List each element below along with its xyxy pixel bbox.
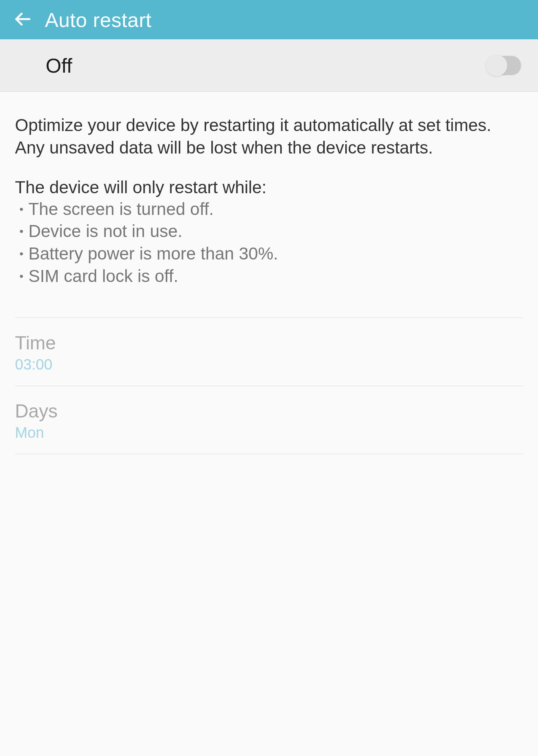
condition-item: Battery power is more than 30%.	[15, 243, 523, 265]
toggle-thumb	[486, 55, 507, 76]
back-button[interactable]	[13, 10, 32, 30]
arrow-left-icon	[13, 10, 32, 30]
content-area: Optimize your device by restarting it au…	[0, 92, 538, 295]
condition-item: The screen is turned off.	[15, 198, 523, 221]
days-label: Days	[15, 400, 523, 422]
condition-item: SIM card lock is off.	[15, 265, 523, 288]
app-header: Auto restart	[0, 0, 538, 39]
conditions-heading: The device will only restart while:	[15, 177, 523, 197]
conditions-list: The screen is turned off. Device is not …	[15, 198, 523, 288]
time-value: 03:00	[15, 356, 523, 373]
condition-item: Device is not in use.	[15, 220, 523, 243]
description-text: Optimize your device by restarting it au…	[15, 114, 523, 159]
divider	[15, 454, 523, 454]
days-setting[interactable]: Days Mon	[15, 386, 523, 454]
page-title: Auto restart	[45, 8, 152, 31]
toggle-state-label: Off	[46, 54, 72, 77]
time-label: Time	[15, 332, 523, 354]
toggle-switch[interactable]	[486, 55, 521, 76]
time-setting[interactable]: Time 03:00	[15, 318, 523, 386]
days-value: Mon	[15, 424, 523, 441]
master-toggle-row[interactable]: Off	[0, 39, 538, 92]
